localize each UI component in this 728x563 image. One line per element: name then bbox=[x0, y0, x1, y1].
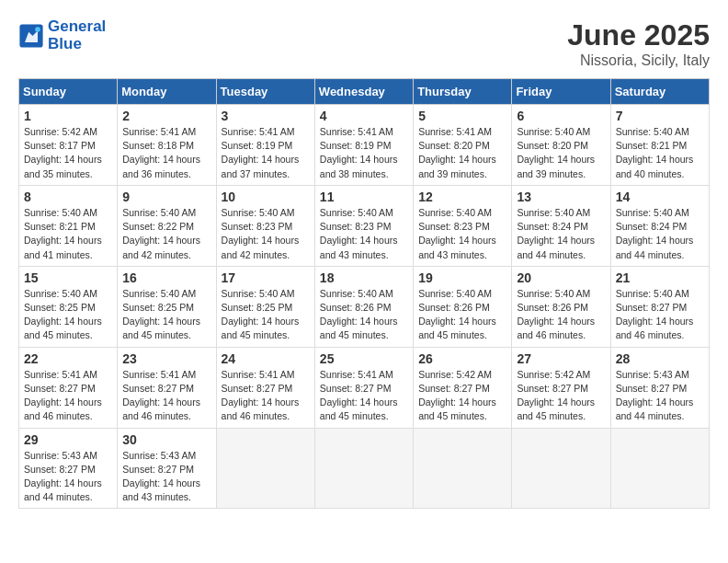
calendar-cell: 23 Sunrise: 5:41 AMSunset: 8:27 PMDaylig… bbox=[118, 347, 216, 428]
day-detail: Sunrise: 5:43 AMSunset: 8:27 PMDaylight:… bbox=[122, 449, 210, 505]
calendar-cell: 7 Sunrise: 5:40 AMSunset: 8:21 PMDayligh… bbox=[610, 105, 709, 186]
day-number: 7 bbox=[616, 109, 704, 123]
day-detail: Sunrise: 5:40 AMSunset: 8:24 PMDaylight:… bbox=[517, 206, 605, 262]
calendar-cell: 26 Sunrise: 5:42 AMSunset: 8:27 PMDaylig… bbox=[414, 347, 512, 428]
day-detail: Sunrise: 5:40 AMSunset: 8:26 PMDaylight:… bbox=[517, 287, 605, 343]
day-header-monday: Monday bbox=[118, 79, 216, 105]
calendar-cell bbox=[610, 428, 709, 509]
calendar-cell: 28 Sunrise: 5:43 AMSunset: 8:27 PMDaylig… bbox=[610, 347, 709, 428]
day-number: 26 bbox=[418, 351, 506, 366]
day-detail: Sunrise: 5:41 AMSunset: 8:27 PMDaylight:… bbox=[320, 368, 408, 424]
day-detail: Sunrise: 5:41 AMSunset: 8:27 PMDaylight:… bbox=[122, 368, 210, 424]
calendar-cell: 24 Sunrise: 5:41 AMSunset: 8:27 PMDaylig… bbox=[216, 347, 314, 428]
calendar-week-4: 22 Sunrise: 5:41 AMSunset: 8:27 PMDaylig… bbox=[19, 347, 710, 428]
day-number: 18 bbox=[320, 270, 408, 285]
calendar-cell: 12 Sunrise: 5:40 AMSunset: 8:23 PMDaylig… bbox=[414, 185, 512, 266]
day-detail: Sunrise: 5:40 AMSunset: 8:24 PMDaylight:… bbox=[616, 206, 704, 262]
calendar-table: SundayMondayTuesdayWednesdayThursdayFrid… bbox=[18, 78, 710, 509]
day-number: 12 bbox=[418, 190, 506, 204]
calendar-cell: 11 Sunrise: 5:40 AMSunset: 8:23 PMDaylig… bbox=[314, 185, 413, 266]
day-number: 2 bbox=[122, 109, 210, 123]
day-detail: Sunrise: 5:40 AMSunset: 8:20 PMDaylight:… bbox=[517, 125, 605, 181]
day-header-wednesday: Wednesday bbox=[314, 79, 413, 105]
calendar-cell: 18 Sunrise: 5:40 AMSunset: 8:26 PMDaylig… bbox=[314, 266, 413, 347]
day-detail: Sunrise: 5:40 AMSunset: 8:23 PMDaylight:… bbox=[320, 206, 408, 262]
day-detail: Sunrise: 5:40 AMSunset: 8:25 PMDaylight:… bbox=[24, 287, 112, 343]
calendar-week-1: 1 Sunrise: 5:42 AMSunset: 8:17 PMDayligh… bbox=[19, 105, 710, 186]
calendar-body: 1 Sunrise: 5:42 AMSunset: 8:17 PMDayligh… bbox=[19, 105, 710, 509]
calendar-cell bbox=[414, 428, 512, 509]
day-detail: Sunrise: 5:40 AMSunset: 8:23 PMDaylight:… bbox=[418, 206, 506, 262]
day-detail: Sunrise: 5:40 AMSunset: 8:21 PMDaylight:… bbox=[24, 206, 112, 262]
day-detail: Sunrise: 5:43 AMSunset: 8:27 PMDaylight:… bbox=[24, 449, 112, 505]
day-number: 17 bbox=[222, 270, 310, 285]
calendar-cell: 3 Sunrise: 5:41 AMSunset: 8:19 PMDayligh… bbox=[216, 105, 314, 186]
day-detail: Sunrise: 5:41 AMSunset: 8:18 PMDaylight:… bbox=[122, 125, 210, 181]
day-number: 19 bbox=[418, 270, 506, 285]
day-detail: Sunrise: 5:40 AMSunset: 8:27 PMDaylight:… bbox=[616, 287, 704, 343]
calendar-cell: 8 Sunrise: 5:40 AMSunset: 8:21 PMDayligh… bbox=[19, 185, 118, 266]
calendar-cell: 29 Sunrise: 5:43 AMSunset: 8:27 PMDaylig… bbox=[19, 428, 118, 509]
month-title: June 2025 bbox=[567, 18, 710, 52]
day-detail: Sunrise: 5:41 AMSunset: 8:27 PMDaylight:… bbox=[222, 368, 310, 424]
day-number: 5 bbox=[418, 109, 506, 123]
calendar-cell bbox=[216, 428, 314, 509]
page-header: General Blue June 2025 Nissoria, Sicily,… bbox=[18, 18, 710, 69]
calendar-cell bbox=[512, 428, 610, 509]
day-detail: Sunrise: 5:42 AMSunset: 8:27 PMDaylight:… bbox=[517, 368, 605, 424]
day-number: 4 bbox=[320, 109, 408, 123]
calendar-cell: 10 Sunrise: 5:40 AMSunset: 8:23 PMDaylig… bbox=[216, 185, 314, 266]
calendar-cell: 27 Sunrise: 5:42 AMSunset: 8:27 PMDaylig… bbox=[512, 347, 610, 428]
calendar-week-2: 8 Sunrise: 5:40 AMSunset: 8:21 PMDayligh… bbox=[19, 185, 710, 266]
day-number: 8 bbox=[24, 190, 112, 204]
day-header-saturday: Saturday bbox=[610, 79, 709, 105]
day-number: 22 bbox=[24, 351, 112, 366]
calendar-cell: 30 Sunrise: 5:43 AMSunset: 8:27 PMDaylig… bbox=[118, 428, 216, 509]
day-number: 9 bbox=[122, 190, 210, 204]
day-number: 13 bbox=[517, 190, 605, 204]
day-detail: Sunrise: 5:40 AMSunset: 8:26 PMDaylight:… bbox=[418, 287, 506, 343]
day-detail: Sunrise: 5:41 AMSunset: 8:27 PMDaylight:… bbox=[24, 368, 112, 424]
day-number: 10 bbox=[222, 190, 310, 204]
calendar-cell: 2 Sunrise: 5:41 AMSunset: 8:18 PMDayligh… bbox=[118, 105, 216, 186]
day-detail: Sunrise: 5:41 AMSunset: 8:19 PMDaylight:… bbox=[320, 125, 408, 181]
title-block: June 2025 Nissoria, Sicily, Italy bbox=[567, 18, 710, 69]
calendar-cell: 13 Sunrise: 5:40 AMSunset: 8:24 PMDaylig… bbox=[512, 185, 610, 266]
logo-text: General Blue bbox=[48, 18, 106, 52]
calendar-week-5: 29 Sunrise: 5:43 AMSunset: 8:27 PMDaylig… bbox=[19, 428, 710, 509]
calendar-cell: 17 Sunrise: 5:40 AMSunset: 8:25 PMDaylig… bbox=[216, 266, 314, 347]
calendar-cell: 16 Sunrise: 5:40 AMSunset: 8:25 PMDaylig… bbox=[118, 266, 216, 347]
logo-icon bbox=[18, 23, 44, 49]
location-title: Nissoria, Sicily, Italy bbox=[567, 52, 710, 69]
day-number: 28 bbox=[616, 351, 704, 366]
day-detail: Sunrise: 5:43 AMSunset: 8:27 PMDaylight:… bbox=[616, 368, 704, 424]
calendar-cell: 20 Sunrise: 5:40 AMSunset: 8:26 PMDaylig… bbox=[512, 266, 610, 347]
calendar-cell: 22 Sunrise: 5:41 AMSunset: 8:27 PMDaylig… bbox=[19, 347, 118, 428]
day-detail: Sunrise: 5:40 AMSunset: 8:22 PMDaylight:… bbox=[122, 206, 210, 262]
calendar-cell: 9 Sunrise: 5:40 AMSunset: 8:22 PMDayligh… bbox=[118, 185, 216, 266]
day-number: 29 bbox=[24, 432, 112, 447]
calendar-cell: 15 Sunrise: 5:40 AMSunset: 8:25 PMDaylig… bbox=[19, 266, 118, 347]
day-number: 20 bbox=[517, 270, 605, 285]
calendar-cell: 19 Sunrise: 5:40 AMSunset: 8:26 PMDaylig… bbox=[414, 266, 512, 347]
day-header-friday: Friday bbox=[512, 79, 610, 105]
calendar-cell: 1 Sunrise: 5:42 AMSunset: 8:17 PMDayligh… bbox=[19, 105, 118, 186]
day-number: 16 bbox=[122, 270, 210, 285]
day-number: 21 bbox=[616, 270, 704, 285]
day-detail: Sunrise: 5:42 AMSunset: 8:17 PMDaylight:… bbox=[24, 125, 112, 181]
day-detail: Sunrise: 5:42 AMSunset: 8:27 PMDaylight:… bbox=[418, 368, 506, 424]
day-detail: Sunrise: 5:40 AMSunset: 8:23 PMDaylight:… bbox=[222, 206, 310, 262]
svg-point-2 bbox=[35, 27, 40, 32]
day-number: 25 bbox=[320, 351, 408, 366]
day-number: 11 bbox=[320, 190, 408, 204]
day-detail: Sunrise: 5:40 AMSunset: 8:21 PMDaylight:… bbox=[616, 125, 704, 181]
logo: General Blue bbox=[18, 18, 106, 52]
calendar-cell: 21 Sunrise: 5:40 AMSunset: 8:27 PMDaylig… bbox=[610, 266, 709, 347]
calendar-cell: 14 Sunrise: 5:40 AMSunset: 8:24 PMDaylig… bbox=[610, 185, 709, 266]
day-number: 30 bbox=[122, 432, 210, 447]
day-detail: Sunrise: 5:41 AMSunset: 8:20 PMDaylight:… bbox=[418, 125, 506, 181]
day-detail: Sunrise: 5:41 AMSunset: 8:19 PMDaylight:… bbox=[222, 125, 310, 181]
day-number: 6 bbox=[517, 109, 605, 123]
day-detail: Sunrise: 5:40 AMSunset: 8:26 PMDaylight:… bbox=[320, 287, 408, 343]
calendar-header-row: SundayMondayTuesdayWednesdayThursdayFrid… bbox=[19, 79, 710, 105]
